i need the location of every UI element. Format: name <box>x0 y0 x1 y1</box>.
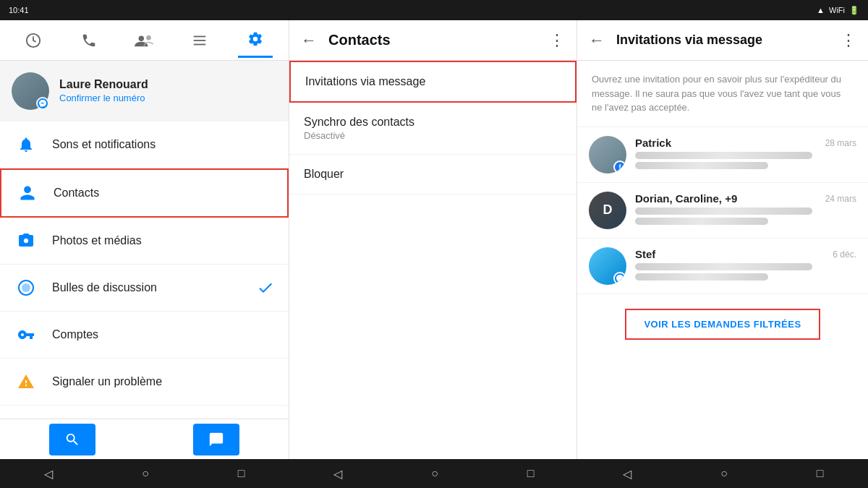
filtered-btn-container: VOIR LES DEMANDES FILTRÉES <box>577 294 868 354</box>
nav-contacts[interactable] <box>127 23 161 58</box>
svg-point-1 <box>139 35 144 40</box>
invitation-item-dorian[interactable]: D Dorian, Caroline, +9 24 mars <box>577 183 868 239</box>
settings-item-sons[interactable]: Sons et notifications <box>0 121 289 168</box>
stef-date: 6 déc. <box>833 249 856 260</box>
svg-point-7 <box>22 283 30 292</box>
recents-button-android[interactable]: □ <box>238 467 245 480</box>
sons-label: Sons et notifications <box>52 138 274 151</box>
contacts-submenu: Invitations via message Synchro des cont… <box>289 61 576 459</box>
dorian-date: 24 mars <box>825 194 856 204</box>
home-button-android[interactable]: ○ <box>142 467 149 480</box>
info-text: Ouvrez une invitation pour en savoir plu… <box>577 61 868 127</box>
right-panel: ← Invitations via message ⋮ Ouvrez une i… <box>577 20 868 459</box>
synchro-menu-item[interactable]: Synchro des contacts Désactivé <box>289 103 576 155</box>
user-info: Laure Renouard Confirmer le numéro <box>59 78 277 104</box>
nav-settings[interactable] <box>238 23 273 58</box>
synchro-title: Synchro des contacts <box>304 116 562 129</box>
settings-item-comptes[interactable]: Comptes <box>0 312 289 359</box>
wifi-icon: WiFi <box>829 6 845 14</box>
android-nav-left: ◁ ○ □ <box>0 467 289 481</box>
main-area: Laure Renouard Confirmer le numéro Sons … <box>0 20 868 459</box>
stef-content: Stef 6 déc. <box>635 248 856 283</box>
status-time: 10:41 <box>9 6 29 14</box>
user-name: Laure Renouard <box>59 78 277 91</box>
nav-list[interactable] <box>182 23 217 58</box>
settings-item-signaler[interactable]: Signaler un problème <box>0 359 289 406</box>
bottom-bar <box>0 419 289 459</box>
bloquer-title: Bloquer <box>304 168 562 181</box>
bloquer-menu-item[interactable]: Bloquer <box>289 155 576 194</box>
invitations-more-button[interactable]: ⋮ <box>841 31 856 50</box>
invitations-menu-item[interactable]: Invitations via message <box>289 61 576 103</box>
home-button-android-2[interactable]: ○ <box>431 467 438 480</box>
bulles-checkbox[interactable] <box>257 279 274 296</box>
status-bar: 10:41 ▲ WiFi 🔋 <box>0 0 868 20</box>
android-nav-center: ◁ ○ □ <box>289 467 579 481</box>
stef-avatar <box>589 247 626 285</box>
avatar-container <box>12 72 49 110</box>
dorian-avatar: D <box>589 192 626 229</box>
back-button-android-2[interactable]: ◁ <box>333 467 342 481</box>
patrick-avatar: f <box>589 136 626 174</box>
bubble-icon <box>14 276 38 299</box>
nav-phone[interactable] <box>72 23 106 58</box>
filtered-requests-button[interactable]: VOIR LES DEMANDES FILTRÉES <box>625 309 820 340</box>
time-label: 10:41 <box>9 6 29 14</box>
messenger-badge-stef <box>613 272 626 285</box>
dorian-blur-2 <box>635 218 768 225</box>
stef-blur-2 <box>635 273 768 281</box>
back-button-android-3[interactable]: ◁ <box>623 467 631 481</box>
key-icon <box>14 323 38 346</box>
contacts-back-button[interactable]: ← <box>301 31 317 50</box>
left-panel: Laure Renouard Confirmer le numéro Sons … <box>0 20 289 459</box>
home-button-android-3[interactable]: ○ <box>720 467 728 480</box>
status-icons: ▲ WiFi 🔋 <box>817 6 859 15</box>
contacts-more-button[interactable]: ⋮ <box>549 31 565 50</box>
synchro-subtitle: Désactivé <box>304 130 562 141</box>
settings-menu: Sons et notifications Contacts Photos et… <box>0 121 289 419</box>
back-button-android[interactable]: ◁ <box>44 467 53 481</box>
stef-blur-1 <box>635 263 812 270</box>
patrick-blur-2 <box>635 162 768 169</box>
top-nav <box>0 20 289 61</box>
camera-icon <box>14 229 38 252</box>
settings-item-contacts[interactable]: Contacts <box>0 168 289 218</box>
invitation-item-patrick[interactable]: f Patrick 28 mars <box>577 127 868 183</box>
bell-icon <box>14 133 38 156</box>
photos-label: Photos et médias <box>52 234 274 247</box>
contacts-label: Contacts <box>54 187 273 200</box>
invitation-item-stef[interactable]: Stef 6 déc. <box>577 239 868 294</box>
user-profile: Laure Renouard Confirmer le numéro <box>0 61 289 121</box>
nav-clock[interactable] <box>16 23 51 58</box>
person-icon <box>16 181 39 205</box>
comptes-label: Comptes <box>52 328 274 341</box>
middle-panel: ← Contacts ⋮ Invitations via message Syn… <box>289 20 577 459</box>
dorian-blur-1 <box>635 207 812 215</box>
compose-button[interactable] <box>193 424 239 455</box>
dorian-content: Dorian, Caroline, +9 24 mars <box>635 192 856 228</box>
contacts-title: Contacts <box>328 32 391 48</box>
messenger-badge <box>36 97 49 110</box>
settings-item-bulles[interactable]: Bulles de discussion <box>0 265 289 312</box>
recents-button-android-2[interactable]: □ <box>527 467 535 480</box>
warning-icon <box>14 370 38 393</box>
stef-name: Stef <box>635 248 655 260</box>
patrick-name-row: Patrick 28 mars <box>635 137 856 149</box>
recents-button-android-3[interactable]: □ <box>817 467 824 480</box>
invitations-back-button[interactable]: ← <box>589 31 605 50</box>
android-nav: ◁ ○ □ ◁ ○ □ ◁ ○ □ <box>0 459 868 488</box>
invitations-header: ← Invitations via message ⋮ <box>577 20 868 61</box>
patrick-blur-1 <box>635 152 812 159</box>
invitations-menu-title: Invitations via message <box>305 75 561 88</box>
settings-item-photos[interactable]: Photos et médias <box>0 218 289 265</box>
android-nav-right: ◁ ○ □ <box>579 467 868 481</box>
confirm-link[interactable]: Confirmer le numéro <box>59 93 145 103</box>
svg-point-2 <box>147 35 152 40</box>
battery-icon: 🔋 <box>849 6 859 15</box>
contacts-header: ← Contacts ⋮ <box>289 20 576 61</box>
search-button[interactable] <box>49 424 95 455</box>
dorian-name: Dorian, Caroline, +9 <box>635 192 737 205</box>
invitations-title: Invitations via message <box>616 33 762 48</box>
patrick-name: Patrick <box>635 137 671 149</box>
patrick-content: Patrick 28 mars <box>635 137 856 172</box>
